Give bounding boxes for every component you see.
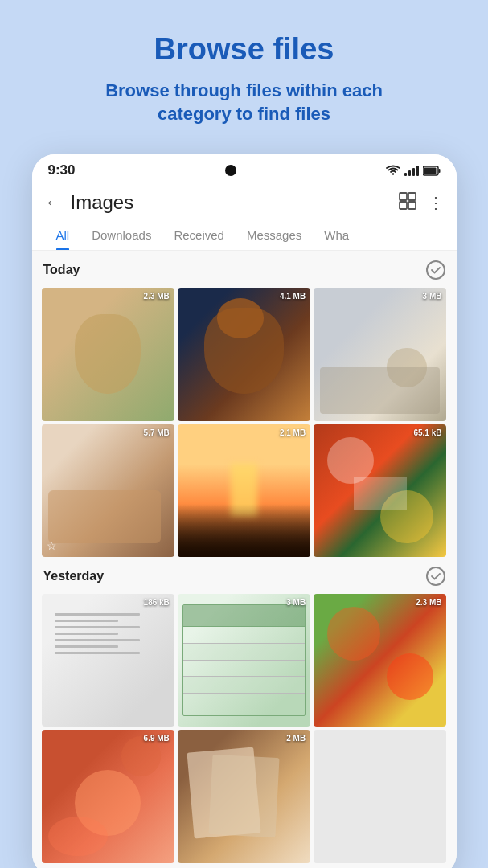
tab-wha[interactable]: Wha: [313, 220, 360, 250]
tab-downloads[interactable]: Downloads: [80, 220, 162, 250]
wifi-icon: [386, 165, 400, 176]
svg-rect-3: [400, 193, 407, 200]
svg-rect-5: [400, 202, 407, 209]
image-size-badge: 65.1 kB: [413, 428, 441, 437]
page-subtitle: Browse through files within each categor…: [72, 80, 417, 125]
image-item[interactable]: 4.1 MB: [178, 288, 310, 420]
yesterday-select-all[interactable]: [426, 567, 445, 586]
image-item[interactable]: 3 MB: [178, 594, 310, 727]
today-select-all[interactable]: [426, 260, 445, 280]
image-size-badge: 2 MB: [286, 734, 306, 743]
image-size-badge: 2.3 MB: [144, 292, 170, 301]
content-area: Today 2.3 MB 4.1 MB: [32, 251, 457, 868]
image-item[interactable]: 6.9 MB: [42, 730, 174, 862]
yesterday-row-2: 6.9 MB 2 MB: [42, 730, 447, 862]
signal-icon: [404, 165, 419, 176]
tab-all[interactable]: All: [45, 220, 81, 250]
image-item[interactable]: 2 MB: [178, 730, 310, 862]
tabs-row: All Downloads Received Messages Wha: [32, 220, 457, 251]
image-item[interactable]: 3 MB: [314, 288, 446, 420]
image-size-badge: 4.1 MB: [280, 292, 306, 301]
today-row-2: 5.7 MB ☆ 2.1 MB 65.1 kB: [42, 424, 447, 557]
toolbar-actions: ⋮: [399, 192, 444, 214]
image-item[interactable]: 65.1 kB: [314, 424, 446, 557]
image-size-badge: 186 kB: [144, 598, 170, 607]
svg-rect-4: [408, 193, 416, 200]
yesterday-label: Yesterday: [43, 569, 105, 583]
status-time: 9:30: [48, 162, 76, 178]
svg-rect-2: [438, 169, 440, 173]
today-label: Today: [43, 263, 80, 277]
image-item[interactable]: 2.1 MB: [178, 424, 310, 557]
battery-icon: [423, 166, 441, 176]
image-item[interactable]: 2.3 MB: [314, 594, 446, 727]
image-item[interactable]: 2.3 MB: [42, 288, 174, 420]
status-bar: 9:30: [32, 154, 457, 185]
grid-icon: [399, 192, 416, 210]
toolbar-title: Images: [71, 191, 399, 214]
page-title: Browse files: [154, 32, 334, 67]
phone-frame: 9:30 ←: [32, 154, 457, 868]
image-size-badge: 2.3 MB: [416, 598, 441, 607]
yesterday-row-1: 186 kB 3 MB 2.3 MB: [42, 594, 447, 727]
svg-rect-6: [408, 202, 416, 209]
image-size-badge: 5.7 MB: [144, 428, 170, 437]
image-size-badge: 3 MB: [423, 292, 442, 301]
camera-notch: [225, 165, 236, 176]
toolbar: ← Images ⋮: [32, 185, 457, 220]
svg-rect-1: [424, 167, 436, 174]
image-placeholder: [314, 730, 446, 862]
star-icon: ☆: [47, 539, 57, 552]
image-size-badge: 6.9 MB: [144, 734, 170, 743]
image-item[interactable]: 5.7 MB ☆: [42, 424, 174, 557]
image-size-badge: 3 MB: [286, 598, 306, 607]
more-options-button[interactable]: ⋮: [428, 193, 444, 212]
today-row-1: 2.3 MB 4.1 MB 3 MB: [42, 288, 447, 420]
image-size-badge: 2.1 MB: [280, 428, 306, 437]
tab-messages[interactable]: Messages: [236, 220, 313, 250]
back-button[interactable]: ←: [45, 192, 63, 213]
grid-view-button[interactable]: [399, 192, 416, 214]
yesterday-section-header: Yesterday: [42, 567, 447, 586]
today-section-header: Today: [42, 260, 447, 280]
image-item[interactable]: 186 kB: [42, 594, 174, 727]
tab-received[interactable]: Received: [162, 220, 236, 250]
status-icons: [386, 165, 441, 176]
